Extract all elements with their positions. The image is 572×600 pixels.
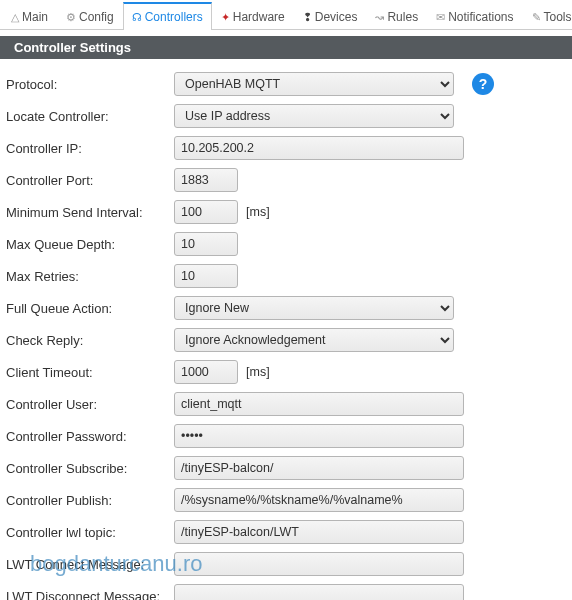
tab-rules[interactable]: ↝ Rules <box>366 3 427 30</box>
label-ip: Controller IP: <box>6 141 174 156</box>
tab-main[interactable]: △ Main <box>2 3 57 30</box>
tab-label: Hardware <box>233 10 285 24</box>
subscribe-input[interactable] <box>174 456 464 480</box>
locate-select[interactable]: Use IP address <box>174 104 454 128</box>
lwt-disconnect-input[interactable] <box>174 584 464 600</box>
mail-icon: ✉ <box>436 11 445 24</box>
tab-label: Config <box>79 10 114 24</box>
label-min-send: Minimum Send Interval: <box>6 205 174 220</box>
tab-tools[interactable]: ✎ Tools <box>523 3 572 30</box>
label-publish: Controller Publish: <box>6 493 174 508</box>
port-input[interactable] <box>174 168 238 192</box>
label-full-queue: Full Queue Action: <box>6 301 174 316</box>
rules-icon: ↝ <box>375 11 384 24</box>
label-protocol: Protocol: <box>6 77 174 92</box>
controllers-icon: ☊ <box>132 11 142 24</box>
tab-label: Main <box>22 10 48 24</box>
tab-notifications[interactable]: ✉ Notifications <box>427 3 522 30</box>
label-max-queue: Max Queue Depth: <box>6 237 174 252</box>
label-password: Controller Password: <box>6 429 174 444</box>
label-check-reply: Check Reply: <box>6 333 174 348</box>
tab-hardware[interactable]: ✦ Hardware <box>212 3 294 30</box>
tab-controllers[interactable]: ☊ Controllers <box>123 2 212 30</box>
full-queue-select[interactable]: Ignore New <box>174 296 454 320</box>
protocol-select[interactable]: OpenHAB MQTT <box>174 72 454 96</box>
label-lwt-connect: LWT Connect Message: <box>6 557 174 572</box>
label-port: Controller Port: <box>6 173 174 188</box>
unit-ms: [ms] <box>246 205 270 219</box>
tab-label: Notifications <box>448 10 513 24</box>
password-input[interactable] <box>174 424 464 448</box>
tools-icon: ✎ <box>532 11 541 24</box>
help-icon[interactable]: ? <box>472 73 494 95</box>
gear-icon: ⚙ <box>66 11 76 24</box>
tab-devices[interactable]: ❢ Devices <box>294 3 367 30</box>
label-max-retries: Max Retries: <box>6 269 174 284</box>
tab-label: Devices <box>315 10 358 24</box>
tab-label: Rules <box>387 10 418 24</box>
devices-icon: ❢ <box>303 11 312 24</box>
label-locate: Locate Controller: <box>6 109 174 124</box>
controller-settings-form: Protocol: OpenHAB MQTT ? Locate Controll… <box>0 59 572 600</box>
hardware-icon: ✦ <box>221 11 230 24</box>
section-header: Controller Settings <box>0 36 572 59</box>
tab-bar: △ Main ⚙ Config ☊ Controllers ✦ Hardware… <box>0 0 572 30</box>
label-lwl-topic: Controller lwl topic: <box>6 525 174 540</box>
unit-ms: [ms] <box>246 365 270 379</box>
lwl-topic-input[interactable] <box>174 520 464 544</box>
lwt-connect-input[interactable] <box>174 552 464 576</box>
tab-config[interactable]: ⚙ Config <box>57 3 123 30</box>
max-queue-input[interactable] <box>174 232 238 256</box>
label-subscribe: Controller Subscribe: <box>6 461 174 476</box>
publish-input[interactable] <box>174 488 464 512</box>
triangle-icon: △ <box>11 11 19 24</box>
check-reply-select[interactable]: Ignore Acknowledgement <box>174 328 454 352</box>
label-lwt-disconnect: LWT Disconnect Message: <box>6 589 174 601</box>
label-user: Controller User: <box>6 397 174 412</box>
min-send-input[interactable] <box>174 200 238 224</box>
ip-input[interactable] <box>174 136 464 160</box>
max-retries-input[interactable] <box>174 264 238 288</box>
client-timeout-input[interactable] <box>174 360 238 384</box>
user-input[interactable] <box>174 392 464 416</box>
tab-label: Tools <box>544 10 572 24</box>
label-client-timeout: Client Timeout: <box>6 365 174 380</box>
tab-label: Controllers <box>145 10 203 24</box>
